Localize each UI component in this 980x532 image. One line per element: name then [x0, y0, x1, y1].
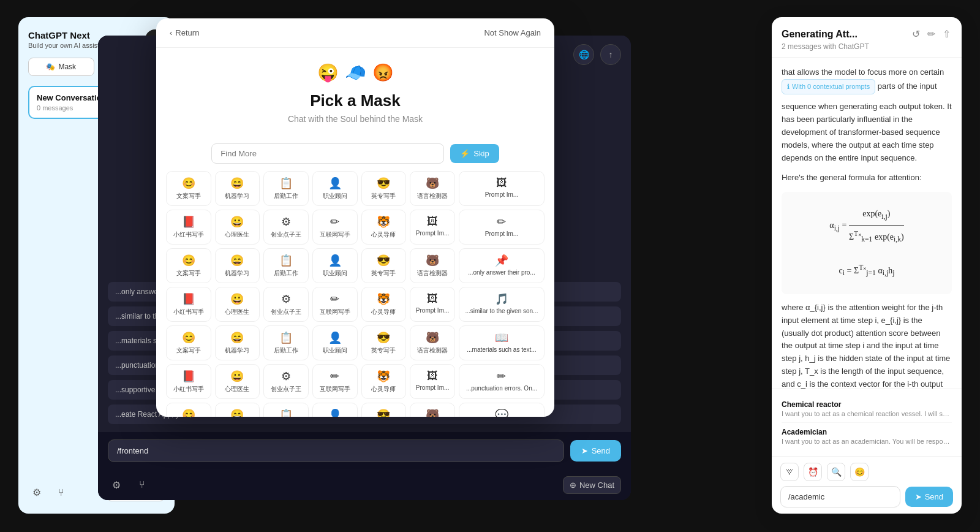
mask-emoji: 📕 — [169, 292, 208, 306]
mask-item[interactable]: 👤职业顾问 — [312, 248, 358, 283]
settings-icon[interactable]: ⚙ — [28, 484, 45, 501]
mask-item[interactable]: 🐯心灵导师 — [361, 287, 407, 322]
middle-settings-icon[interactable]: ⚙ — [108, 476, 125, 493]
modal-subtitle: Chat with the Soul behind the Mask — [156, 114, 554, 124]
edit-button[interactable]: ✏ — [926, 27, 937, 41]
mask-item[interactable]: 📖...materials such as text... — [459, 325, 545, 360]
mask-item[interactable]: 📋后勤工作 — [263, 248, 309, 283]
mask-item[interactable]: 👤职业顾问 — [312, 171, 358, 206]
mask-item[interactable]: 👤职业顾问 — [312, 325, 358, 360]
mask-item[interactable]: 😄机器学习 — [215, 248, 260, 283]
mask-emoji: 😄 — [218, 254, 257, 267]
mask-item[interactable]: 😎英专写手 — [361, 248, 407, 283]
earth-icon[interactable]: 🌐 — [573, 44, 594, 65]
mask-item[interactable]: 📕小红书写手 — [166, 210, 211, 245]
mask-label: 创业点子王 — [271, 386, 301, 392]
mask-item[interactable]: ⚙创业点子王 — [263, 364, 309, 399]
mask-item[interactable]: 🐻语言检测器 — [410, 171, 455, 206]
mask-item[interactable]: 📌...only answer their pro... — [459, 248, 545, 283]
mask-emoji: 😄 — [218, 331, 257, 344]
back-chevron-icon: ‹ — [170, 28, 172, 37]
mask-item[interactable]: 🖼Prompt Im... — [410, 364, 455, 399]
mask-item[interactable]: 😊文案写手 — [166, 403, 211, 417]
skip-label: Skip — [473, 149, 489, 158]
mask-item[interactable]: ✏互联网写手 — [312, 210, 358, 245]
mask-item[interactable]: 🐯心灵导师 — [361, 210, 407, 245]
mask-item[interactable]: 👤职业顾问 — [312, 403, 358, 417]
mask-item[interactable]: 📋后勤工作 — [263, 171, 309, 206]
not-show-button[interactable]: Not Show Again — [484, 28, 541, 37]
mask-item[interactable]: 🐻语言检测器 — [410, 325, 455, 360]
middle-chat-input[interactable] — [108, 439, 564, 462]
mask-item[interactable]: 📋后勤工作 — [263, 325, 309, 360]
mask-item[interactable]: 😄机器学习 — [215, 325, 260, 360]
middle-send-button[interactable]: ➤ Send — [570, 440, 621, 462]
mask-search-input[interactable] — [211, 143, 444, 164]
emoji-icon[interactable]: 😊 — [850, 463, 869, 481]
mask-item[interactable]: ✏...punctuation errors. On... — [459, 364, 545, 399]
mask-emoji: 😀 — [218, 292, 257, 306]
mask-emoji: 📖 — [462, 331, 541, 344]
mask-item[interactable]: 🖼Prompt Im... — [410, 287, 455, 322]
mask-item[interactable]: 🐻语言检测器 — [410, 403, 455, 417]
right-content-area: that allows the model to focus more on c… — [772, 58, 962, 389]
mask-item[interactable]: 😊文案写手 — [166, 171, 211, 206]
mask-item[interactable]: 😄机器学习 — [215, 171, 260, 206]
search-icon[interactable]: 🔍 — [827, 463, 845, 481]
suggestion-card-1[interactable]: Chemical reactor I want you to act as a … — [782, 395, 952, 423]
mask-item[interactable]: 😎英专写手 — [361, 403, 407, 417]
mask-item[interactable]: 🖼Prompt Im... — [410, 210, 455, 245]
mask-label: 心灵导师 — [371, 308, 396, 315]
mask-item[interactable]: 😀心理医生 — [215, 364, 260, 399]
suggestion-card-2[interactable]: Academician I want you to act as an acad… — [782, 423, 952, 450]
suggestion-2-desc: I want you to act as an academician. You… — [782, 438, 952, 445]
right-header-actions: ↺ ✏ ⇧ — [911, 27, 952, 41]
mask-item[interactable]: ✏互联网写手 — [312, 364, 358, 399]
mask-item[interactable]: 🐯心灵导师 — [361, 364, 407, 399]
mask-emoji: ✏ — [462, 370, 541, 383]
mask-emoji: 😎 — [364, 331, 404, 344]
middle-github-icon[interactable]: ⑂ — [134, 476, 151, 493]
mask-item[interactable]: 💬...supportive to help me thr... — [459, 403, 545, 417]
mask-item[interactable]: ⚙创业点子王 — [263, 287, 309, 322]
mask-label: 心灵导师 — [371, 386, 396, 392]
mask-item[interactable]: 😎英专写手 — [361, 171, 407, 206]
mask-item[interactable]: 📕小红书写手 — [166, 364, 211, 399]
mask-item[interactable]: ⚙创业点子王 — [263, 210, 309, 245]
mask-label: 后勤工作 — [274, 192, 298, 199]
mask-button[interactable]: 🎭 Mask — [28, 58, 94, 76]
hero-emojis: 😜 🧢 😡 — [156, 63, 554, 83]
mask-item[interactable]: 📋后勤工作 — [263, 403, 309, 417]
mask-item[interactable]: 😊文案写手 — [166, 248, 211, 283]
mask-item[interactable]: 😀心理医生 — [215, 287, 260, 322]
mask-item[interactable]: 🎵...similar to the given son... — [459, 287, 545, 322]
mask-label: 语言检测器 — [417, 347, 448, 354]
clock-icon[interactable]: ⏰ — [804, 463, 822, 481]
mask-label: 心灵导师 — [371, 231, 396, 238]
mask-item[interactable]: 🐻语言检测器 — [410, 248, 455, 283]
right-chat-input[interactable] — [780, 486, 900, 507]
mask-emoji: ⚙ — [266, 370, 306, 383]
mask-emoji: 👤 — [315, 408, 355, 417]
skip-button[interactable]: ⚡ Skip — [450, 144, 499, 163]
mask-item[interactable]: ✏互联网写手 — [312, 287, 358, 322]
middle-new-chat-button[interactable]: ⊕ New Chat — [563, 476, 621, 494]
upload-icon[interactable]: ↑ — [600, 44, 621, 65]
mask-item[interactable]: ✏Prompt Im... — [459, 210, 545, 245]
mask-item[interactable]: 😊文案写手 — [166, 325, 211, 360]
mask-item[interactable]: 😀心理医生 — [215, 210, 260, 245]
mask-item[interactable]: 🖼Prompt Im... — [459, 171, 545, 206]
mask-item[interactable]: 😎英专写手 — [361, 325, 407, 360]
mask-label: ...materials such as text... — [467, 346, 536, 353]
mask-label: Prompt Im... — [485, 230, 518, 237]
collapse-icon[interactable]: ⩔ — [780, 463, 799, 481]
return-button[interactable]: ‹ Return — [170, 28, 199, 37]
mask-label: 后勤工作 — [274, 347, 298, 354]
github-icon[interactable]: ⑂ — [53, 484, 70, 501]
mask-label: ...punctuation errors. On... — [466, 385, 537, 392]
mask-item[interactable]: 😄机器学习 — [215, 403, 260, 417]
share-button[interactable]: ⇧ — [941, 27, 952, 41]
right-send-button[interactable]: ➤ Send — [905, 487, 953, 507]
undo-button[interactable]: ↺ — [911, 27, 921, 41]
mask-item[interactable]: 📕小红书写手 — [166, 287, 211, 322]
